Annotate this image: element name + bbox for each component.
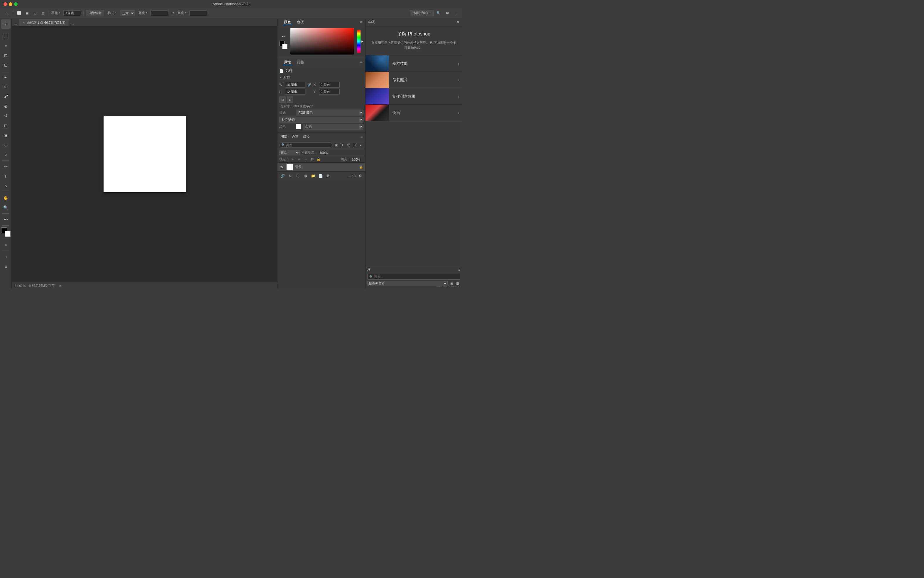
color-spectrum-bar[interactable] — [357, 29, 361, 53]
artboard-tool[interactable]: ⊞ — [1, 262, 11, 271]
color-swatches[interactable] — [1, 227, 11, 237]
filter-smart-icon[interactable]: ⊡ — [352, 143, 357, 148]
eyedropper-tool[interactable]: ✒ — [1, 72, 11, 82]
layer-visibility-icon[interactable]: 👁 — [279, 164, 285, 170]
select-tool2-icon[interactable]: ◱ — [31, 10, 38, 17]
link-layers-btn[interactable]: 🔗 — [279, 173, 286, 179]
new-layer-btn[interactable]: 📄 — [317, 173, 324, 179]
brush-tool[interactable]: 🖌 — [1, 92, 11, 101]
width-field-input[interactable] — [285, 82, 305, 88]
select-mask-button[interactable]: 选择并遮住... — [410, 10, 434, 16]
footer-settings-btn[interactable]: ⚙ — [357, 173, 363, 179]
erase-tool[interactable]: ◻ — [1, 121, 11, 130]
layers-panel-menu[interactable]: ≡ — [361, 135, 363, 139]
heal-tool[interactable]: ⊕ — [1, 82, 11, 91]
quick-mask-tool[interactable]: ▭ — [1, 240, 11, 249]
canvas-tab-main[interactable]: ✕ 未标题-1 @ 66.7%(RGB/8) — [19, 19, 69, 26]
zoom-tool[interactable]: 🔍 — [1, 203, 11, 212]
tab-layers[interactable]: 图层 — [280, 134, 288, 139]
blend-mode-select[interactable]: 正常 — [279, 150, 300, 155]
layer-lock-icon[interactable]: 🔒 — [359, 165, 363, 169]
minimize-button[interactable] — [9, 2, 12, 6]
tab-scroll-left[interactable]: ≪ — [13, 23, 19, 26]
filter-effect-icon[interactable]: fx — [346, 143, 351, 148]
screen-mode-tool[interactable]: ⊡ — [1, 252, 11, 261]
tab-paths[interactable]: 路径 — [302, 134, 310, 139]
fill-select[interactable]: 白色 — [303, 124, 363, 130]
pen-tool[interactable]: ✏ — [1, 162, 11, 171]
text-tool[interactable]: T — [1, 172, 11, 181]
clone-tool[interactable]: ⊚ — [1, 101, 11, 111]
lock-move-icon[interactable]: ✛ — [303, 157, 308, 162]
tab-properties[interactable]: 属性 — [283, 60, 292, 65]
magic-select-tool[interactable]: ⊡ — [1, 51, 11, 60]
color-mode-select[interactable]: RGB 颜色 — [296, 110, 363, 115]
canvas-viewport[interactable] — [12, 26, 277, 282]
canvas-tc-icon[interactable]: ⊡ — [287, 96, 293, 103]
properties-panel-menu[interactable]: ≡ — [360, 60, 362, 65]
adjustment-btn[interactable]: ◑ — [302, 173, 309, 179]
feather-input[interactable] — [63, 10, 81, 16]
maximize-button[interactable] — [14, 2, 18, 6]
library-dots[interactable]: ≡ — [458, 268, 460, 272]
fill-color-swatch[interactable] — [296, 124, 301, 129]
tab-swatches[interactable]: 色板 — [296, 19, 305, 25]
bg-swatch-mini[interactable] — [282, 44, 288, 49]
layers-search-bar[interactable]: 🔍 — [279, 143, 332, 148]
tab-color[interactable]: 颜色 — [283, 19, 292, 25]
select-rect-icon[interactable]: ⬜ — [16, 10, 23, 17]
gradient-tool[interactable]: ▣ — [1, 130, 11, 140]
group-btn[interactable]: 📁 — [310, 173, 316, 179]
layers-search-input[interactable] — [286, 143, 330, 147]
height-field-input[interactable] — [285, 89, 305, 95]
home-button[interactable]: ⌂ — [2, 9, 11, 17]
y-field-input[interactable] — [319, 89, 340, 95]
select-tool3-icon[interactable]: ▤ — [39, 10, 46, 17]
mask-btn[interactable]: ◻ — [294, 173, 301, 179]
fill-value[interactable]: 100% — [352, 158, 363, 161]
history-brush-tool[interactable]: ↺ — [1, 111, 11, 120]
learn-item-repair[interactable]: 修复照片 › — [366, 72, 462, 88]
move-tool[interactable]: ✛ — [1, 19, 11, 29]
learn-item-creative[interactable]: 制作创意效果 › — [366, 88, 462, 105]
learn-panel-dots[interactable]: ≡ — [457, 20, 459, 24]
learn-item-paint[interactable]: 绘画 › — [366, 105, 462, 121]
x-field-input[interactable] — [319, 82, 340, 88]
antialiasing-button[interactable]: 消除锯齿 — [86, 10, 104, 16]
height-input[interactable] — [189, 10, 207, 16]
color-gradient-picker[interactable] — [290, 28, 354, 55]
search-icon[interactable]: 🔍 — [435, 10, 442, 17]
filter-pixel-icon[interactable]: ▣ — [333, 143, 339, 148]
layer-item-background[interactable]: 👁 背景 🔒 — [278, 163, 365, 172]
eyedropper-color-tool[interactable]: ✒ — [281, 33, 286, 40]
fx-btn[interactable]: fx — [287, 173, 293, 179]
library-search[interactable]: 🔍 — [367, 274, 460, 279]
path-select-tool[interactable]: ↖ — [1, 181, 11, 190]
crop-tool[interactable]: ⊡ — [1, 60, 11, 70]
lock-draw-icon[interactable]: ✏ — [296, 157, 302, 162]
filter-text-icon[interactable]: T — [340, 143, 345, 148]
more-tools[interactable]: ••• — [1, 215, 11, 224]
filter-color-icon[interactable]: ● — [358, 143, 363, 148]
lasso-tool[interactable]: ⌾ — [1, 41, 11, 50]
canvas-section-title[interactable]: 画布 — [279, 75, 363, 80]
opacity-value[interactable]: 100% — [319, 151, 331, 154]
learn-item-basic[interactable]: 基本技能 › — [366, 55, 462, 72]
canvas-tl-icon[interactable]: ⊡ — [279, 96, 286, 103]
tab-close-icon[interactable]: ✕ — [23, 21, 25, 24]
workspace-icon[interactable]: ⊞ — [444, 10, 451, 17]
swap-icon[interactable]: ⇄ — [169, 10, 176, 17]
style-select[interactable]: 正常 — [120, 10, 135, 16]
tab-adjustments[interactable]: 调整 — [296, 60, 305, 65]
library-search-input[interactable] — [374, 275, 458, 278]
color-panel-menu[interactable]: ≡ — [360, 20, 362, 24]
delete-layer-btn[interactable]: 🗑 — [325, 173, 332, 179]
tab-scroll-right[interactable]: ≫ — [69, 23, 75, 26]
lock-pixels-icon[interactable]: ✦ — [290, 157, 295, 162]
width-input[interactable] — [150, 10, 168, 16]
share-icon[interactable]: ↑ — [452, 10, 460, 17]
lock-artboard-icon[interactable]: ⊞ — [309, 157, 315, 162]
dodge-tool[interactable]: ○ — [1, 150, 11, 159]
select-tool1-icon[interactable]: ▣ — [23, 10, 31, 17]
hand-tool[interactable]: ✋ — [1, 193, 11, 203]
